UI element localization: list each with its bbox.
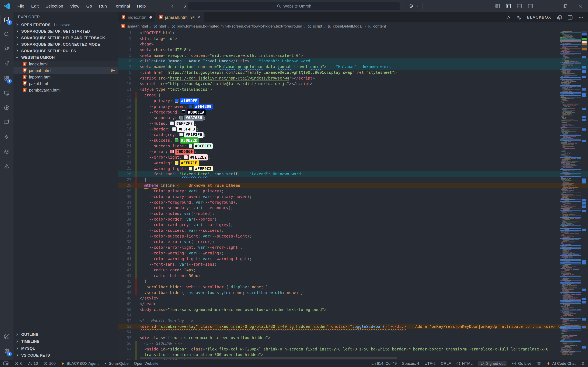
code-line-15[interactable]: 15 --foreground: #080C1A;	[118, 109, 588, 115]
color-swatch[interactable]	[170, 122, 174, 125]
tab-jamaah.html[interactable]: 5jamaah.html9+✕	[155, 12, 204, 22]
color-swatch[interactable]	[175, 161, 178, 165]
color-swatch[interactable]	[182, 110, 185, 114]
activitybar-debug[interactable]	[0, 56, 13, 71]
code-line-35[interactable]: 35 --color-card-grey: var(--card-grey);	[118, 222, 588, 228]
status-signed-out[interactable]: Signed out	[478, 361, 507, 366]
code-line-29[interactable]: 29 --color-primary: var(--primary);	[118, 188, 588, 194]
code-line-8[interactable]: 8<link href="https://fonts.googleapis.co…	[118, 70, 588, 75]
status-crlf[interactable]: CRLF	[441, 361, 451, 366]
code-line-42[interactable]: 42 --font-sans: var(--font-sans);	[118, 262, 588, 267]
color-swatch[interactable]	[180, 116, 183, 119]
menu-run[interactable]: Run	[95, 0, 111, 12]
activitybar-search[interactable]	[0, 27, 13, 42]
color-swatch[interactable]	[170, 150, 174, 153]
code-line-23[interactable]: 23 --error-light: #FEE2E2;	[118, 154, 588, 160]
code-line-27[interactable]: 27 }	[118, 177, 588, 183]
code-line-53[interactable]: 53<div id="sidebar-overlay" class="fixed…	[118, 324, 588, 329]
code-line-44[interactable]: 44 --radius-button: 50px;	[118, 273, 588, 279]
overview-ruler[interactable]	[581, 30, 588, 360]
code-line-17[interactable]: 17 --muted: #EFF2F7;	[118, 120, 588, 126]
breadcrumb-item[interactable]: closeDetailModal	[328, 24, 363, 29]
code-line-18[interactable]: 18 --border: #F3F4F3;	[118, 126, 588, 132]
menu-file[interactable]: File	[14, 0, 28, 12]
code-line-32[interactable]: 32 --color-secondary: var(--secondary);	[118, 205, 588, 211]
code-line-41[interactable]: 41 --color-warning-light: var(--warning-…	[118, 256, 588, 262]
forward-icon[interactable]	[180, 2, 188, 10]
code-line-40[interactable]: 40 --color-warning: var(--warning);	[118, 250, 588, 256]
tab-index.html[interactable]: 5index.html	[118, 12, 155, 22]
unsaved-dot-icon[interactable]	[149, 16, 152, 18]
code-line-28[interactable]: 28 @theme inline { Unknown at rule @them…	[118, 183, 588, 188]
code-line-16[interactable]: 16 --secondary: #6A7686;	[118, 115, 588, 120]
code-line-wrap[interactable]: transition-transform duration-300 overfl…	[118, 352, 588, 358]
activitybar-source-control[interactable]	[0, 42, 13, 56]
code-line-10[interactable]: 10<script src="https://unpkg.com/lucide@…	[118, 81, 588, 87]
toggle-primary-sidebar-icon[interactable]	[506, 3, 511, 9]
restore-icon[interactable]	[558, 0, 573, 12]
activitybar-chat[interactable]	[0, 115, 13, 130]
explorer-section-sonarqube-setup-connected-mode[interactable]: SONARQUBE SETUP: CONNECTED MODE	[13, 41, 118, 48]
code-line-48[interactable]: 48</style>	[118, 295, 588, 301]
color-swatch[interactable]	[175, 99, 178, 103]
customize-layout-icon[interactable]	[494, 3, 500, 9]
status-open-website[interactable]: Open Website	[134, 361, 158, 366]
back-icon[interactable]	[169, 2, 177, 10]
file-index.html[interactable]: 5index.html	[13, 61, 118, 67]
breadcrumb-item[interactable]: content	[368, 24, 386, 29]
code-line-45[interactable]: 45 }	[118, 278, 588, 284]
status-remote[interactable]	[3, 360, 9, 367]
activitybar-container[interactable]	[0, 144, 13, 159]
color-swatch[interactable]	[180, 133, 183, 136]
code-line-26[interactable]: 26 --font-sans: 'Lexend Deca', sans-seri…	[118, 171, 588, 177]
code-line-21[interactable]: 21 --success-light: #DCFCE7;	[118, 143, 588, 149]
code-line-39[interactable]: 39 --color-error-light: var(--error-ligh…	[118, 245, 588, 250]
code-line-34[interactable]: 34 --color-border: var(--border);	[118, 217, 588, 222]
run-file-icon[interactable]	[506, 15, 511, 20]
command-center-search[interactable]: Website Umroh	[188, 2, 400, 10]
horizontal-scrollbar[interactable]	[140, 357, 555, 359]
code-line-20[interactable]: 20 --success: #30B22D;	[118, 137, 588, 143]
code-line-5[interactable]: 5<meta name="viewport" content="width=de…	[118, 53, 588, 58]
menu-terminal[interactable]: Terminal	[110, 0, 133, 12]
code-line-43[interactable]: 43 --radius-card: 24px;	[118, 267, 588, 273]
status-ai-code-chat[interactable]: AI Code Chat	[546, 361, 576, 366]
file-laporan.html[interactable]: 5laporan.html	[13, 74, 118, 80]
file-paket.html[interactable]: 5paket.html	[13, 80, 118, 87]
activitybar-remote[interactable]	[0, 86, 13, 100]
status-blackbox-agent[interactable]: BLACKBOX Agent	[61, 361, 98, 366]
file-jamaah.html[interactable]: 5jamaah.html9+	[13, 67, 118, 74]
code-line-9[interactable]: 9<script src="https://cdn.jsdelivr.net/n…	[118, 75, 588, 81]
explorer-section-vs-code-pets[interactable]: VS CODE PETS	[13, 352, 118, 359]
minimap[interactable]	[560, 30, 581, 360]
code-line-12[interactable]: 12 :root {	[118, 92, 588, 98]
status-10[interactable]: 10	[28, 361, 38, 366]
code-line-7[interactable]: 7<meta name="description" content="Halam…	[118, 64, 588, 70]
code-line-31[interactable]: 31 --color-foreground: var(--foreground)…	[118, 200, 588, 205]
status-go-live[interactable]: Go Live	[512, 361, 531, 366]
status-0[interactable]: 0	[14, 361, 22, 366]
code-line-2[interactable]: 2<html lang="id">	[118, 36, 588, 42]
code-line-37[interactable]: 37 --color-success-light: var(--success-…	[118, 234, 588, 239]
activitybar-bolt[interactable]	[0, 130, 13, 144]
code-line-33[interactable]: 33 --color-muted: var(--muted);	[118, 211, 588, 217]
code-line-13[interactable]: 13 --primary: #165DFF;	[118, 98, 588, 104]
code-line-24[interactable]: 24 --warning: #FED71F;	[118, 160, 588, 166]
status-cat[interactable]	[537, 361, 541, 366]
code-line-36[interactable]: 36 --color-success: var(--success);	[118, 228, 588, 234]
code-line-57[interactable]: 57 <aside id="sidebar" class="flex flex-…	[118, 346, 588, 352]
breadcrumb-item[interactable]: html	[153, 24, 166, 29]
breadcrumb-item[interactable]: body.font-sans.bg-muted.min-h-screen.ove…	[172, 24, 302, 29]
explorer-section-sonarqube-setup-help-and-feedback[interactable]: SONARQUBE SETUP: HELP AND FEEDBACK	[13, 35, 118, 41]
tab-close-icon[interactable]: ✕	[197, 15, 201, 20]
code-line-52[interactable]: 52<!-- Mobile Overlay -->	[118, 318, 588, 324]
code-line-6[interactable]: 6<title>Data Jamaah - Admin Travel Umroh…	[118, 58, 588, 64]
code-area[interactable]: 1<!DOCTYPE html>2<html lang="id">3<head>…	[118, 30, 588, 360]
blackbox-action-label[interactable]: BLACKBOX	[527, 15, 551, 20]
status-utf-8[interactable]: UTF-8	[424, 361, 435, 366]
minimize-icon[interactable]	[543, 0, 558, 12]
menu-view[interactable]: View	[67, 0, 83, 12]
code-line-22[interactable]: 22 --error: #ED6B60;	[118, 149, 588, 154]
status-bell[interactable]	[581, 361, 585, 366]
status-html[interactable]: HTML	[456, 361, 473, 366]
